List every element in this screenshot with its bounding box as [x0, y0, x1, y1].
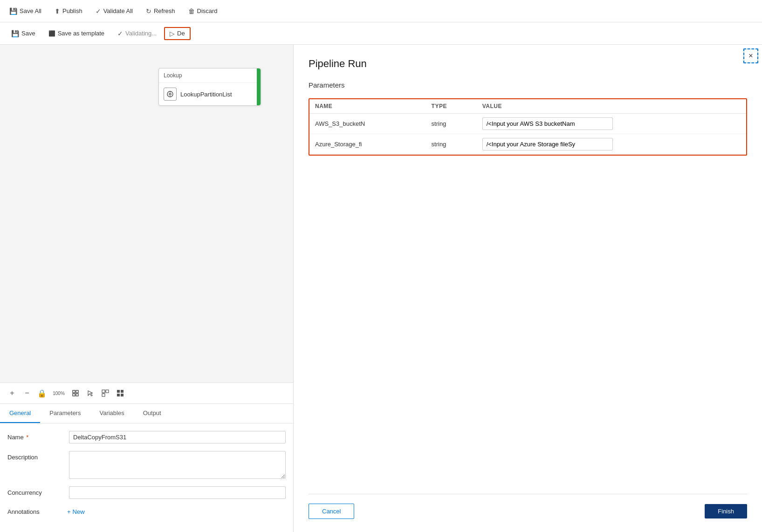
properties-content: Name * Description Concurrency [0, 423, 293, 532]
description-input[interactable] [69, 451, 286, 479]
tab-output[interactable]: Output [134, 404, 171, 423]
select-tool-button[interactable] [84, 387, 97, 400]
save-button[interactable]: 💾 Save [6, 27, 41, 40]
svg-rect-15 [117, 394, 120, 396]
properties-panel: General Parameters Variables Output Name [0, 403, 293, 532]
tabs-bar: General Parameters Variables Output [0, 404, 293, 423]
svg-rect-8 [102, 390, 105, 393]
prop-concurrency-row: Concurrency [7, 486, 286, 499]
svg-rect-5 [76, 390, 78, 393]
canvas-area[interactable]: Lookup LookupPartitionList [0, 45, 293, 382]
param-value-input-0[interactable] [482, 117, 613, 130]
svg-rect-7 [76, 394, 78, 396]
required-indicator: * [26, 434, 28, 441]
activity-node[interactable]: Lookup LookupPartitionList [158, 68, 261, 106]
zoom-100-button[interactable]: 100% [50, 387, 67, 400]
svg-rect-4 [73, 390, 75, 393]
plus-icon: + [67, 508, 71, 515]
publish-icon: ⬆ [55, 7, 60, 15]
play-icon: ▷ [170, 30, 175, 37]
prop-annotations-row: Annotations + New [7, 506, 286, 517]
save-template-icon: ⬛ [48, 30, 55, 37]
activity-node-body: LookupPartitionList [159, 83, 261, 105]
tab-parameters[interactable]: Parameters [40, 404, 90, 423]
svg-rect-6 [73, 394, 75, 396]
main-container: Lookup LookupPartitionList [0, 45, 762, 532]
validating-button: ✓ Validating... [112, 27, 162, 40]
svg-rect-14 [121, 390, 124, 393]
tab-general[interactable]: General [0, 404, 40, 423]
dialog-close-button[interactable]: × [743, 48, 758, 63]
table-row: AWS_S3_bucketNstring [309, 114, 746, 134]
discard-icon: 🗑 [188, 7, 195, 15]
dialog-title: Pipeline Run [309, 58, 747, 70]
svg-point-1 [169, 93, 171, 95]
prop-description-row: Description [7, 451, 286, 479]
pipeline-run-dialog: × Pipeline Run Parameters NAME TYPE VALU… [294, 45, 762, 532]
param-name-1: Azure_Storage_fi [309, 134, 426, 155]
param-type-0: string [426, 114, 477, 134]
param-value-cell-1 [477, 134, 746, 155]
debug-button[interactable]: ▷ De [164, 27, 191, 40]
refresh-icon: ↻ [146, 7, 151, 15]
svg-rect-12 [102, 394, 105, 396]
param-name-0: AWS_S3_bucketN [309, 114, 426, 134]
save-all-icon: 💾 [9, 7, 17, 15]
concurrency-label: Concurrency [7, 486, 63, 496]
svg-rect-16 [121, 394, 124, 396]
name-input[interactable] [69, 431, 286, 443]
svg-rect-9 [106, 390, 109, 393]
col-header-value: VALUE [477, 99, 746, 114]
lock-button[interactable]: 🔒 [35, 387, 48, 400]
validate-icon: ✓ [96, 7, 101, 15]
save-all-button[interactable]: 💾 Save All [4, 5, 47, 18]
params-value-group: NAME TYPE VALUE AWS_S3_bucketNstringAzur… [309, 98, 747, 156]
arrange-button[interactable] [99, 387, 112, 400]
cancel-button[interactable]: Cancel [309, 504, 354, 519]
name-label: Name * [7, 431, 63, 441]
description-label: Description [7, 451, 63, 461]
zoom-out-button[interactable]: − [21, 387, 34, 400]
col-header-name: NAME [309, 99, 426, 114]
params-table: NAME TYPE VALUE AWS_S3_bucketNstringAzur… [309, 99, 746, 155]
zoom-toolbar: + − 🔒 100% [0, 382, 293, 403]
activity-node-label: LookupPartitionList [180, 91, 232, 98]
concurrency-input[interactable] [69, 486, 286, 499]
discard-button[interactable]: 🗑 Discard [183, 5, 223, 18]
table-header-row: NAME TYPE VALUE [309, 99, 746, 114]
activity-node-header: Lookup [159, 68, 261, 83]
save-icon: 💾 [11, 30, 19, 37]
validate-all-button[interactable]: ✓ Validate All [90, 5, 138, 18]
save-as-template-button[interactable]: ⬛ Save as template [43, 27, 110, 40]
svg-rect-13 [117, 390, 120, 393]
param-value-cell-0 [477, 114, 746, 134]
dialog-footer: Cancel Finish [309, 494, 747, 519]
param-value-input-1[interactable] [482, 138, 613, 150]
activity-status-indicator [257, 68, 261, 105]
annotations-label: Annotations [7, 508, 63, 515]
prop-name-row: Name * [7, 431, 286, 443]
refresh-button[interactable]: ↻ Refresh [140, 5, 181, 18]
left-panel: Lookup LookupPartitionList [0, 45, 294, 532]
table-row: Azure_Storage_fistring [309, 134, 746, 155]
grid-button[interactable] [114, 387, 127, 400]
col-header-type: TYPE [426, 99, 477, 114]
fit-screen-button[interactable] [69, 387, 82, 400]
second-toolbar: 💾 Save ⬛ Save as template ✓ Validating..… [0, 22, 762, 45]
validate-check-icon: ✓ [117, 30, 123, 37]
new-annotation-button[interactable]: + New [63, 506, 89, 517]
params-section-title: Parameters [309, 81, 747, 89]
zoom-in-button[interactable]: + [6, 387, 19, 400]
tab-variables[interactable]: Variables [90, 404, 133, 423]
publish-button[interactable]: ⬆ Publish [49, 5, 88, 18]
finish-button[interactable]: Finish [705, 504, 747, 518]
param-type-1: string [426, 134, 477, 155]
activity-icon [164, 88, 177, 101]
top-toolbar: 💾 Save All ⬆ Publish ✓ Validate All ↻ Re… [0, 0, 762, 22]
